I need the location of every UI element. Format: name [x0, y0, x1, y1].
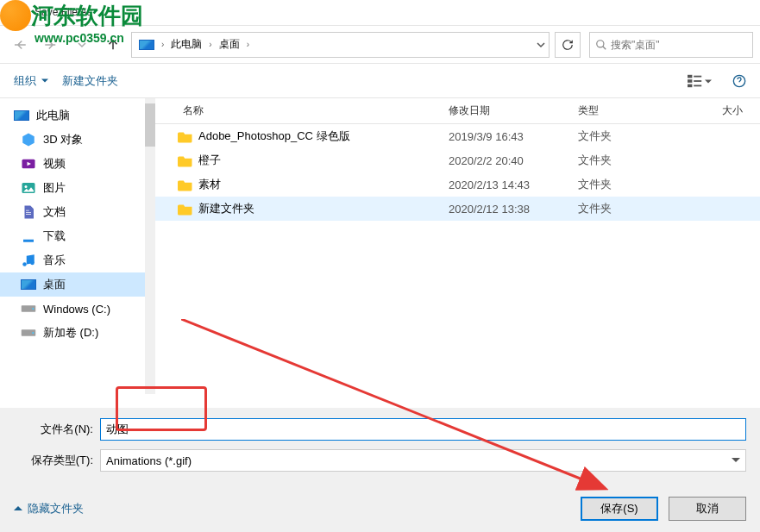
chevron-down-icon	[705, 74, 712, 88]
file-name: 新建文件夹	[198, 201, 254, 216]
sidebar-item[interactable]: 视频	[0, 152, 155, 176]
file-row[interactable]: 橙子2020/2/2 20:40文件夹	[155, 148, 760, 172]
save-button[interactable]: 保存(S)	[581, 497, 658, 521]
sidebar-item[interactable]: Windows (C:)	[0, 297, 155, 321]
sidebar-item-label: 3D 对象	[43, 132, 83, 147]
sidebar-item-label: 此电脑	[36, 108, 70, 123]
chevron-down-icon[interactable]	[537, 41, 545, 49]
sidebar-item-label: 音乐	[43, 253, 66, 268]
file-type: 文件夹	[569, 153, 699, 168]
hide-folders-link[interactable]: 隐藏文件夹	[14, 501, 570, 516]
column-headers[interactable]: 名称 修改日期 类型 大小	[155, 98, 760, 124]
sidebar-item-label: Windows (C:)	[43, 303, 110, 316]
folder-icon	[178, 153, 193, 167]
sidebar-item[interactable]: 图片	[0, 176, 155, 200]
chevron-up-icon	[14, 504, 22, 513]
search-icon	[595, 39, 607, 51]
refresh-button[interactable]	[555, 32, 581, 58]
view-list-icon	[688, 74, 703, 88]
file-name: 素材	[198, 177, 221, 192]
breadcrumb-folder[interactable]: 桌面	[216, 37, 243, 52]
music-icon	[21, 253, 36, 268]
arrow-right-icon	[43, 37, 59, 53]
folder-icon	[178, 202, 193, 216]
filename-field[interactable]	[100, 418, 746, 441]
file-row[interactable]: 素材2020/2/13 14:43文件夹	[155, 172, 760, 197]
svg-point-10	[25, 185, 28, 188]
refresh-icon	[562, 39, 574, 51]
file-date: 2020/2/13 14:43	[440, 178, 569, 191]
svg-point-0	[597, 40, 604, 47]
sidebar-item-label: 桌面	[43, 277, 66, 292]
svg-rect-1	[688, 74, 692, 78]
svg-point-16	[32, 332, 34, 334]
filename-label: 文件名(N):	[14, 422, 100, 437]
picture-icon	[21, 180, 36, 196]
sidebar-item-label: 文档	[43, 204, 66, 220]
help-button[interactable]	[732, 74, 746, 88]
col-size[interactable]: 大小	[699, 98, 760, 123]
file-row[interactable]: Adobe_Photoshop_CC 绿色版2019/3/9 16:43文件夹	[155, 124, 760, 148]
search-box[interactable]	[589, 32, 753, 58]
sidebar: 此电脑3D 对象视频图片文档下载音乐桌面Windows (C:)新加卷 (D:)	[0, 98, 155, 394]
dialog-title: Save File As	[35, 6, 92, 18]
back-button[interactable]	[7, 33, 33, 57]
doc-icon	[21, 204, 36, 220]
svg-point-12	[30, 261, 35, 266]
forward-button[interactable]	[38, 33, 64, 57]
video-icon	[21, 156, 36, 172]
breadcrumb-root[interactable]: 此电脑	[167, 37, 205, 52]
pc-icon	[14, 108, 29, 123]
download-icon	[21, 228, 36, 244]
history-dropdown[interactable]	[69, 33, 95, 57]
file-date: 2019/3/9 16:43	[440, 130, 569, 143]
cancel-button[interactable]: 取消	[669, 497, 746, 521]
sidebar-scrollbar[interactable]	[145, 98, 155, 394]
svg-point-14	[32, 308, 34, 310]
col-type[interactable]: 类型	[569, 98, 699, 123]
sidebar-item[interactable]: 此电脑	[0, 103, 155, 128]
sidebar-item-label: 视频	[43, 156, 66, 172]
arrow-left-icon	[12, 37, 28, 53]
filetype-select[interactable]: Animations (*.gif)	[100, 449, 746, 472]
up-button[interactable]	[100, 33, 126, 57]
file-name: Adobe_Photoshop_CC 绿色版	[198, 128, 350, 144]
chevron-right-icon: ›	[205, 40, 215, 49]
sidebar-item[interactable]: 3D 对象	[0, 128, 155, 152]
title-bar: Save File As	[0, 0, 760, 26]
svg-rect-2	[688, 79, 692, 83]
view-options-button[interactable]	[688, 74, 712, 88]
body: 此电脑3D 对象视频图片文档下载音乐桌面Windows (C:)新加卷 (D:)…	[0, 98, 760, 394]
chevron-down-icon	[41, 78, 48, 84]
col-name[interactable]: 名称	[155, 98, 440, 123]
sidebar-item[interactable]: 文档	[0, 200, 155, 224]
chevron-right-icon: ›	[243, 40, 253, 49]
search-input[interactable]	[611, 39, 747, 51]
chevron-right-icon: ›	[158, 40, 167, 49]
sidebar-item-label: 新加卷 (D:)	[43, 325, 98, 341]
folder-icon	[178, 178, 193, 191]
organize-button[interactable]: 组织	[14, 73, 48, 89]
drive-icon	[21, 325, 36, 341]
svg-point-11	[22, 262, 27, 266]
file-row[interactable]: 新建文件夹2020/2/12 13:38文件夹	[155, 197, 760, 221]
toolbar: 组织 新建文件夹	[0, 64, 760, 98]
file-type: 文件夹	[569, 201, 699, 216]
arrow-up-icon	[105, 37, 121, 53]
sidebar-item[interactable]: 音乐	[0, 248, 155, 272]
address-bar[interactable]: › 此电脑 › 桌面 ›	[131, 32, 550, 58]
svg-rect-4	[694, 75, 701, 77]
sidebar-item[interactable]: 桌面	[0, 272, 155, 297]
file-date: 2020/2/12 13:38	[440, 203, 569, 216]
sidebar-item-label: 下载	[43, 228, 66, 244]
drive-icon	[21, 301, 36, 316]
pc-icon	[139, 40, 154, 50]
file-name: 橙子	[198, 153, 221, 168]
desktop-icon	[21, 277, 36, 292]
sidebar-item[interactable]: 新加卷 (D:)	[0, 321, 155, 345]
svg-rect-3	[688, 84, 692, 87]
new-folder-button[interactable]: 新建文件夹	[62, 73, 118, 89]
3d-icon	[21, 132, 36, 147]
sidebar-item[interactable]: 下载	[0, 224, 155, 248]
col-date[interactable]: 修改日期	[440, 98, 569, 123]
